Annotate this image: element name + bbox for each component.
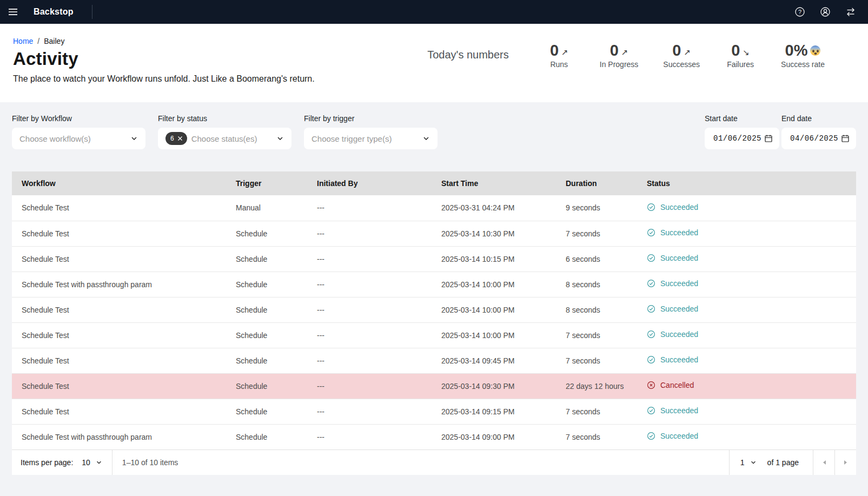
- table-row[interactable]: Schedule Test Schedule --- 2025-03-14 10…: [12, 297, 856, 322]
- check-circle-icon: [647, 330, 655, 339]
- column-header-duration: Duration: [557, 171, 638, 195]
- column-header-trigger: Trigger: [227, 171, 308, 195]
- cell-initiated-by: ---: [308, 246, 433, 272]
- chevron-down-icon: [422, 135, 430, 142]
- stats-heading: Today's numbers: [427, 42, 509, 61]
- cell-duration: 7 seconds: [557, 399, 638, 424]
- status-badge: Succeeded: [647, 432, 698, 440]
- breadcrumb-home-link[interactable]: Home: [13, 37, 33, 45]
- stat-successes-value: 0: [672, 42, 681, 58]
- check-circle-icon: [647, 203, 655, 211]
- table-row[interactable]: Schedule Test Schedule --- 2025-03-14 09…: [12, 348, 856, 373]
- page-number-value: 1: [740, 458, 745, 467]
- table-row[interactable]: Schedule Test Schedule --- 2025-03-14 10…: [12, 221, 856, 246]
- cell-duration: 7 seconds: [557, 221, 638, 246]
- stat-success-rate-value: 0%: [785, 42, 808, 58]
- cell-initiated-by: ---: [308, 424, 433, 449]
- stat-success-rate: 0% Success rate: [781, 42, 825, 69]
- stat-runs-label: Runs: [550, 60, 568, 69]
- cell-workflow: Schedule Test: [12, 322, 227, 348]
- clear-status-filter-button[interactable]: [175, 134, 185, 143]
- status-badge: Succeeded: [647, 355, 698, 364]
- chevron-down-icon: [276, 135, 284, 142]
- cell-status: Succeeded: [638, 272, 856, 297]
- page-count-text: of 1 page: [767, 450, 813, 475]
- breadcrumb: Home / Bailey: [13, 37, 315, 45]
- table-row[interactable]: Schedule Test Schedule --- 2025-03-14 09…: [12, 399, 856, 424]
- page-subtitle: The place to watch your Workflow runs un…: [13, 74, 315, 84]
- cell-status: Succeeded: [638, 195, 856, 221]
- cell-start-time: 2025-03-14 10:00 PM: [433, 272, 557, 297]
- status-badge: Succeeded: [647, 279, 698, 288]
- breadcrumb-current: Bailey: [44, 37, 64, 45]
- table-row[interactable]: Schedule Test Schedule --- 2025-03-14 09…: [12, 373, 856, 399]
- cell-status: Succeeded: [638, 424, 856, 449]
- menu-button[interactable]: [0, 0, 26, 24]
- cell-duration: 22 days 12 hours: [557, 373, 638, 399]
- calendar-icon[interactable]: [764, 134, 773, 143]
- cell-workflow: Schedule Test: [12, 195, 227, 221]
- cell-trigger: Schedule: [227, 399, 308, 424]
- end-date-label: End date: [781, 114, 856, 123]
- status-label: Succeeded: [660, 355, 698, 364]
- trigger-filter-placeholder: Choose trigger type(s): [312, 134, 422, 143]
- cell-trigger: Schedule: [227, 246, 308, 272]
- cell-duration: 6 seconds: [557, 246, 638, 272]
- stat-failures: 0 ↘ Failures: [725, 42, 756, 69]
- cell-duration: 7 seconds: [557, 424, 638, 449]
- cell-initiated-by: ---: [308, 272, 433, 297]
- check-circle-icon: [647, 279, 655, 288]
- help-icon: ?: [794, 6, 805, 17]
- cell-workflow: Schedule Test with passthrough param: [12, 424, 227, 449]
- cell-start-time: 2025-03-31 04:24 PM: [433, 195, 557, 221]
- table-header-row: Workflow Trigger Initiated By Start Time…: [12, 171, 856, 195]
- switcher-button[interactable]: [839, 0, 863, 24]
- cell-duration: 9 seconds: [557, 195, 638, 221]
- workflow-filter-select[interactable]: Choose workflow(s): [12, 128, 145, 149]
- stat-successes-label: Successes: [663, 60, 700, 69]
- calendar-icon[interactable]: [841, 134, 850, 143]
- table-row[interactable]: Schedule Test Schedule --- 2025-03-14 10…: [12, 322, 856, 348]
- page-number-select[interactable]: 1: [730, 450, 767, 475]
- table-row[interactable]: Schedule Test with passthrough param Sch…: [12, 272, 856, 297]
- cell-workflow: Schedule Test: [12, 297, 227, 322]
- cell-initiated-by: ---: [308, 373, 433, 399]
- status-badge: Succeeded: [647, 228, 698, 237]
- cell-status: Succeeded: [638, 399, 856, 424]
- start-date-input[interactable]: 01/06/2025: [705, 128, 779, 149]
- workflow-filter-placeholder: Choose workflow(s): [19, 134, 130, 143]
- trigger-filter-label: Filter by trigger: [304, 114, 438, 123]
- cell-trigger: Schedule: [227, 348, 308, 373]
- end-date-input[interactable]: 04/06/2025: [781, 128, 856, 149]
- caret-left-icon: [822, 460, 826, 465]
- cell-workflow: Schedule Test with passthrough param: [12, 272, 227, 297]
- chevron-down-icon: [96, 459, 102, 466]
- cell-initiated-by: ---: [308, 322, 433, 348]
- trigger-filter-select[interactable]: Choose trigger type(s): [304, 128, 438, 149]
- status-filter-select[interactable]: 6 Choose status(es): [158, 128, 291, 149]
- items-per-page-select[interactable]: 10: [81, 450, 112, 475]
- check-circle-icon: [647, 228, 655, 237]
- cell-trigger: Schedule: [227, 221, 308, 246]
- cell-workflow: Schedule Test: [12, 348, 227, 373]
- status-label: Succeeded: [660, 254, 698, 262]
- stat-successes: 0 ↗ Successes: [663, 42, 700, 69]
- status-filter-count: 6: [170, 135, 174, 142]
- status-badge: Succeeded: [647, 330, 698, 339]
- table-row[interactable]: Schedule Test with passthrough param Sch…: [12, 424, 856, 449]
- stat-in-progress: 0 ↗ In Progress: [600, 42, 639, 69]
- cell-start-time: 2025-03-14 09:45 PM: [433, 348, 557, 373]
- help-button[interactable]: ?: [788, 0, 812, 24]
- status-label: Succeeded: [660, 432, 698, 440]
- user-icon: [820, 6, 831, 17]
- status-label: Succeeded: [660, 203, 698, 211]
- check-circle-icon: [647, 406, 655, 415]
- cell-trigger: Schedule: [227, 373, 308, 399]
- previous-page-button[interactable]: [813, 450, 834, 475]
- next-page-button[interactable]: [834, 450, 856, 475]
- table-row[interactable]: Schedule Test Manual --- 2025-03-31 04:2…: [12, 195, 856, 221]
- column-header-start-time: Start Time: [433, 171, 557, 195]
- user-button[interactable]: [813, 0, 837, 24]
- end-date-group: End date 04/06/2025: [781, 114, 856, 149]
- table-row[interactable]: Schedule Test Schedule --- 2025-03-14 10…: [12, 246, 856, 272]
